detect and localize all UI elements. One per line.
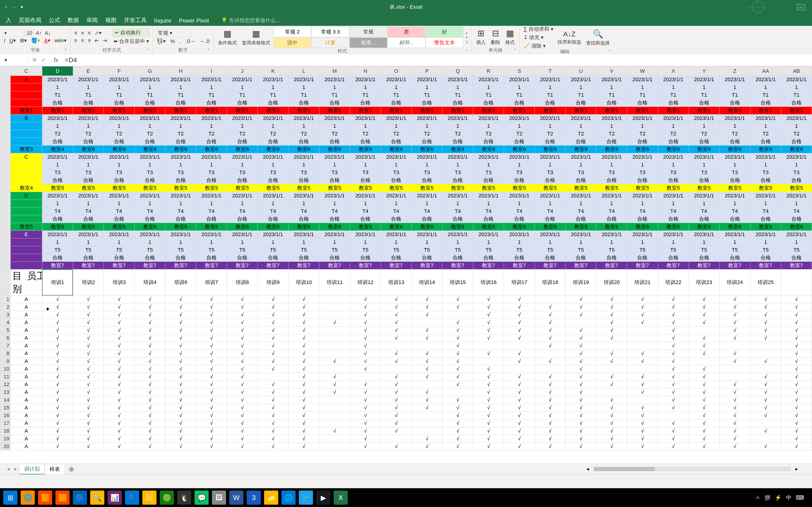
cell[interactable]: √ [781, 295, 812, 303]
cell[interactable]: √ [443, 357, 473, 365]
cell[interactable]: √ [473, 319, 504, 327]
cell[interactable]: A [10, 295, 42, 303]
cell[interactable]: √ [165, 419, 196, 427]
cell[interactable]: 教室7 [473, 262, 504, 270]
cell[interactable]: 1 [443, 122, 473, 130]
cell[interactable]: 2023/1/1 [196, 192, 227, 200]
cell[interactable]: 2023/1/1 [381, 153, 412, 161]
cell[interactable]: √ [42, 295, 73, 303]
cell[interactable]: T3 [165, 169, 196, 176]
column-header[interactable]: P [412, 66, 443, 76]
cell[interactable]: √ [689, 295, 719, 303]
cell[interactable]: 1 [596, 238, 627, 246]
cell[interactable]: E [10, 231, 42, 238]
cell[interactable]: √ [412, 388, 443, 396]
cell[interactable]: T3 [443, 169, 473, 176]
gallery-up-icon[interactable]: ▴ [466, 30, 468, 35]
cell[interactable]: T2 [135, 130, 165, 138]
cell[interactable]: 1 [350, 200, 381, 208]
cell[interactable]: √ [412, 334, 443, 342]
formula-input[interactable]: =D4 [62, 56, 812, 64]
cell[interactable]: 合格 [104, 176, 135, 184]
cell[interactable]: T5 [289, 246, 319, 254]
cell[interactable]: √ [165, 342, 196, 350]
cell[interactable]: T3 [412, 169, 443, 176]
cell[interactable]: 合格 [381, 138, 412, 146]
cell[interactable]: 2023/1/1 [42, 231, 73, 238]
cell[interactable]: 1 [565, 83, 596, 91]
cell[interactable]: √ [196, 365, 227, 373]
cell[interactable]: √ [781, 334, 812, 342]
cell[interactable]: 教室1 [381, 107, 412, 115]
cell[interactable]: T4 [443, 208, 473, 215]
cell[interactable]: √ [73, 396, 104, 404]
cell[interactable]: 合格 [565, 254, 596, 262]
cell[interactable]: 合格 [689, 138, 719, 146]
cell[interactable] [412, 419, 443, 427]
cell[interactable]: 2023/1/1 [473, 192, 504, 200]
cell[interactable]: √ [196, 427, 227, 435]
column-header[interactable]: C [10, 66, 42, 76]
cell[interactable]: 2023/1/1 [42, 153, 73, 161]
cell[interactable]: 教室1 [227, 107, 258, 115]
cell[interactable]: √ [750, 381, 781, 388]
cell[interactable]: 合格 [258, 176, 289, 184]
ribbon-tab[interactable]: 数据 [67, 14, 80, 26]
cell[interactable]: √ [350, 404, 381, 412]
cell[interactable]: 培训14 [412, 270, 443, 295]
cell[interactable]: 2023/1/1 [104, 153, 135, 161]
font-color-button[interactable]: A▾ [43, 37, 51, 44]
cell[interactable]: √ [104, 443, 135, 450]
cell[interactable]: √ [165, 435, 196, 443]
cell[interactable]: √ [658, 365, 689, 373]
cell[interactable]: T3 [42, 169, 73, 176]
style-bad[interactable]: 差 [388, 27, 425, 37]
cell[interactable]: √ [565, 373, 596, 381]
cell[interactable]: 2023/1/1 [227, 115, 258, 122]
cell[interactable]: T1 [504, 91, 535, 99]
column-header[interactable]: E [73, 66, 104, 76]
cell[interactable]: 2023/1/1 [535, 76, 565, 83]
cell[interactable]: 培训23 [689, 270, 719, 295]
cell[interactable]: √ [104, 388, 135, 396]
cell[interactable]: 教室1 [627, 107, 658, 115]
cell[interactable]: √ [781, 381, 812, 388]
cell[interactable]: 教室5 [227, 184, 258, 192]
cell[interactable]: √ [73, 319, 104, 327]
cell[interactable]: √ [350, 350, 381, 357]
cell[interactable]: √ [412, 435, 443, 443]
cell[interactable]: 合格 [412, 99, 443, 107]
cell[interactable]: √ [73, 295, 104, 303]
cell[interactable]: √ [750, 311, 781, 319]
cell[interactable]: √ [750, 373, 781, 381]
cell[interactable]: √ [196, 327, 227, 334]
cell[interactable]: T2 [165, 130, 196, 138]
cell[interactable]: 1 [750, 238, 781, 246]
style-warn[interactable]: 警告文本 [426, 38, 463, 48]
cell[interactable]: 2023/1/1 [381, 192, 412, 200]
cell[interactable]: √ [473, 334, 504, 342]
cell[interactable]: 2023/1/1 [289, 153, 319, 161]
cell[interactable]: 1 [227, 83, 258, 91]
cell[interactable]: 培训12 [350, 270, 381, 295]
cell[interactable]: T2 [565, 130, 596, 138]
cell[interactable]: 合格 [135, 99, 165, 107]
cell[interactable]: 2023/1/1 [473, 153, 504, 161]
cell[interactable] [10, 91, 42, 99]
cell[interactable]: √ [104, 435, 135, 443]
cell[interactable]: √ [719, 419, 750, 427]
cell[interactable]: √ [381, 357, 412, 365]
cell[interactable]: √ [719, 327, 750, 334]
cell[interactable]: 2023/1/1 [42, 115, 73, 122]
cell[interactable]: T2 [319, 130, 350, 138]
cell[interactable]: 培训24 [719, 270, 750, 295]
cell[interactable]: √ [689, 319, 719, 327]
cell[interactable]: 合格 [781, 99, 812, 107]
cell[interactable]: √ [473, 419, 504, 427]
cell[interactable]: 合格 [289, 138, 319, 146]
cell[interactable]: √ [658, 396, 689, 404]
cell[interactable]: A [10, 404, 42, 412]
cell[interactable]: 合格 [73, 176, 104, 184]
cell[interactable]: 1 [135, 161, 165, 169]
cell[interactable]: √ [719, 443, 750, 450]
